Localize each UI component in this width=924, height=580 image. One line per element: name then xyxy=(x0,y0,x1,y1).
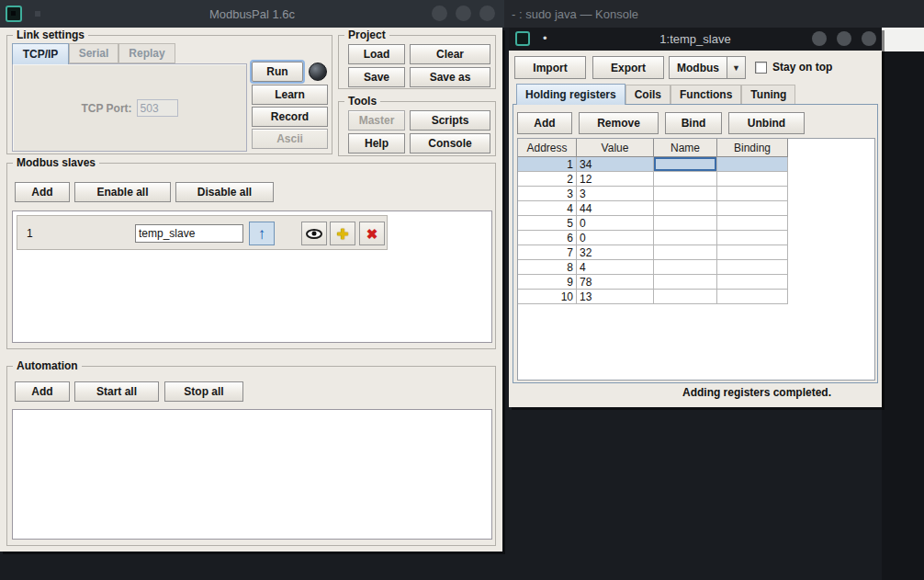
register-cell-name[interactable] xyxy=(654,201,717,216)
register-cell-name[interactable] xyxy=(654,231,717,245)
remove-register-button[interactable]: Remove xyxy=(579,112,659,134)
register-cell-value[interactable]: 3 xyxy=(577,187,654,201)
register-cell-address[interactable]: 5 xyxy=(518,216,577,231)
register-cell-binding[interactable] xyxy=(717,187,788,201)
delete-slave-button[interactable]: ✖ xyxy=(359,222,385,245)
register-cell-value[interactable]: 34 xyxy=(577,157,654,172)
column-header-address[interactable]: Address xyxy=(518,139,577,157)
konsole-titlebar[interactable]: - : sudo java — Konsole xyxy=(504,0,924,28)
slave-list-item[interactable]: 1 ↑ ✚ ✖ xyxy=(17,215,388,250)
register-cell-value[interactable]: 78 xyxy=(577,275,654,290)
register-cell-name[interactable] xyxy=(654,260,717,275)
register-cell-value[interactable]: 0 xyxy=(577,231,654,245)
register-cell-address[interactable]: 7 xyxy=(518,245,577,260)
register-cell-value[interactable]: 13 xyxy=(577,290,654,304)
window-close-button[interactable] xyxy=(479,6,495,21)
register-cell-name[interactable] xyxy=(654,216,717,231)
tab-coils[interactable]: Coils xyxy=(625,85,670,105)
window-maximize-button[interactable] xyxy=(456,6,471,21)
register-row[interactable]: 732 xyxy=(518,245,874,260)
unbind-button[interactable]: Unbind xyxy=(728,112,805,134)
window-minimize-button[interactable] xyxy=(432,6,447,21)
register-row[interactable]: 212 xyxy=(518,172,874,187)
slave-name-input[interactable] xyxy=(135,224,243,243)
register-cell-value[interactable]: 44 xyxy=(577,201,654,216)
register-cell-value[interactable]: 12 xyxy=(577,172,654,187)
tab-functions[interactable]: Functions xyxy=(670,85,741,105)
register-cell-address[interactable]: 8 xyxy=(518,260,577,275)
column-header-value[interactable]: Value xyxy=(577,139,654,157)
export-button[interactable]: Export xyxy=(592,56,664,79)
scripts-button[interactable]: Scripts xyxy=(410,110,490,131)
show-slave-panel-button[interactable]: ↑ xyxy=(249,222,275,245)
slave-window-titlebar[interactable]: • 1:temp_slave xyxy=(509,28,882,51)
register-cell-binding[interactable] xyxy=(717,260,788,275)
help-button[interactable]: Help xyxy=(348,133,405,154)
slave-window-minimize-button[interactable] xyxy=(812,31,827,46)
register-cell-binding[interactable] xyxy=(717,216,788,231)
register-row[interactable]: 50 xyxy=(518,216,874,231)
tab-tuning[interactable]: Tuning xyxy=(741,85,795,105)
register-cell-name[interactable] xyxy=(654,187,717,201)
column-header-name[interactable]: Name xyxy=(654,139,717,157)
tab-holding-registers[interactable]: Holding registers xyxy=(516,84,625,105)
register-row[interactable]: 444 xyxy=(518,201,874,216)
register-row[interactable]: 60 xyxy=(518,231,874,245)
register-cell-address[interactable]: 10 xyxy=(518,290,577,304)
register-cell-address[interactable]: 3 xyxy=(518,187,577,201)
register-cell-name[interactable] xyxy=(654,157,717,172)
register-cell-binding[interactable] xyxy=(717,201,788,216)
clear-button[interactable]: Clear xyxy=(410,44,490,64)
console-button[interactable]: Console xyxy=(410,133,490,154)
add-automation-button[interactable]: Add xyxy=(15,381,70,402)
register-cell-binding[interactable] xyxy=(717,245,788,260)
implementation-combo[interactable]: Modbus ▼ xyxy=(669,56,746,79)
duplicate-slave-button[interactable]: ✚ xyxy=(330,222,355,245)
master-button[interactable]: Master xyxy=(348,110,405,131)
register-cell-name[interactable] xyxy=(654,172,717,187)
start-all-button[interactable]: Start all xyxy=(74,381,159,402)
toggle-visibility-button[interactable] xyxy=(301,222,327,245)
register-cell-address[interactable]: 9 xyxy=(518,275,577,290)
register-cell-binding[interactable] xyxy=(717,172,788,187)
register-row[interactable]: 978 xyxy=(518,275,874,290)
register-cell-value[interactable]: 0 xyxy=(577,216,654,231)
tab-replay[interactable]: Replay xyxy=(118,43,175,63)
register-cell-binding[interactable] xyxy=(717,275,788,290)
run-button[interactable]: Run xyxy=(252,62,303,82)
register-cell-value[interactable]: 4 xyxy=(577,260,654,275)
register-row[interactable]: 84 xyxy=(518,260,874,275)
slave-window-maximize-button[interactable] xyxy=(837,31,851,46)
slave-window-close-button[interactable] xyxy=(862,31,876,46)
register-cell-name[interactable] xyxy=(654,290,717,304)
register-cell-value[interactable]: 32 xyxy=(577,245,654,260)
tab-tcpip[interactable]: TCP/IP xyxy=(12,43,69,64)
register-cell-binding[interactable] xyxy=(717,157,788,172)
register-cell-name[interactable] xyxy=(654,245,717,260)
column-header-binding[interactable]: Binding xyxy=(717,139,788,157)
register-row[interactable]: 33 xyxy=(518,187,874,201)
register-cell-address[interactable]: 4 xyxy=(518,201,577,216)
add-slave-button[interactable]: Add xyxy=(15,182,70,202)
save-button[interactable]: Save xyxy=(348,67,405,87)
learn-button[interactable]: Learn xyxy=(252,85,328,105)
register-row[interactable]: 134 xyxy=(518,157,874,172)
save-as-button[interactable]: Save as xyxy=(410,67,490,87)
register-cell-address[interactable]: 6 xyxy=(518,231,577,245)
register-cell-name[interactable] xyxy=(654,275,717,290)
register-cell-binding[interactable] xyxy=(717,290,788,304)
tcp-port-input[interactable] xyxy=(137,99,178,117)
stay-on-top-checkbox[interactable] xyxy=(755,62,767,74)
register-cell-address[interactable]: 2 xyxy=(518,172,577,187)
register-row[interactable]: 1013 xyxy=(518,290,874,304)
stop-all-button[interactable]: Stop all xyxy=(164,381,243,402)
tab-serial[interactable]: Serial xyxy=(69,43,118,63)
load-button[interactable]: Load xyxy=(348,44,405,64)
record-button[interactable]: Record xyxy=(252,107,328,127)
disable-all-button[interactable]: Disable all xyxy=(175,182,274,202)
add-register-button[interactable]: Add xyxy=(517,112,572,134)
import-button[interactable]: Import xyxy=(514,56,586,79)
modbuspal-titlebar[interactable]: ModbusPal 1.6c xyxy=(0,0,504,28)
chevron-down-icon[interactable]: ▼ xyxy=(727,57,745,78)
register-cell-binding[interactable] xyxy=(717,231,788,245)
